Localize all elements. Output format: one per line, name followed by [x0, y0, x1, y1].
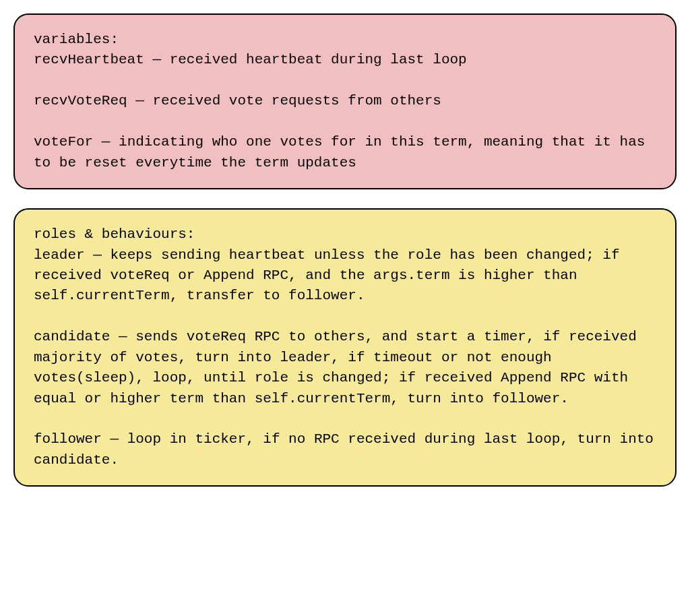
variable-name: recvVoteReq: [34, 93, 127, 109]
variable-sep: —: [93, 134, 119, 150]
variable-desc: indicating who one votes for in this ter…: [34, 134, 654, 170]
role-name: leader: [34, 247, 85, 263]
variables-heading: variables:: [34, 32, 119, 47]
variable-desc: received heartbeat during last loop: [170, 52, 467, 67]
role-sep: —: [102, 431, 127, 447]
role-desc: loop in ticker, if no RPC received durin…: [34, 431, 662, 467]
role-name: candidate: [34, 329, 110, 344]
roles-heading: roles & behaviours:: [34, 226, 195, 242]
role-sep: —: [110, 329, 135, 344]
role-desc: keeps sending heartbeat unless the role …: [34, 247, 628, 304]
variable-desc: received vote requests from others: [152, 93, 441, 109]
roles-box: roles & behaviours: leader — keeps sendi…: [13, 208, 677, 487]
variable-sep: —: [127, 93, 153, 109]
variable-sep: —: [144, 52, 170, 67]
variable-name: voteFor: [34, 134, 93, 150]
variable-name: recvHeartbeat: [34, 52, 144, 67]
role-sep: —: [85, 247, 111, 263]
variables-box: variables: recvHeartbeat — received hear…: [13, 13, 677, 189]
role-name: follower: [34, 431, 102, 447]
